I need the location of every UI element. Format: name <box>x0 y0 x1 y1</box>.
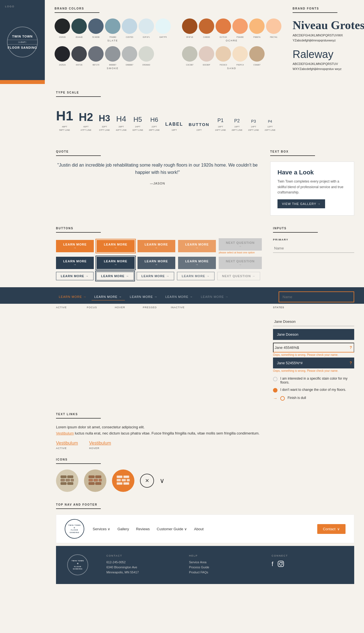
icon-chevron-down[interactable]: ∨ <box>160 477 165 485</box>
color-swatch <box>249 46 265 62</box>
radio-unchecked-3[interactable] <box>280 396 285 401</box>
btn-dark-bg-pressed[interactable]: LEARN MORE → <box>162 293 196 300</box>
btn-learn-more-outline-focus[interactable]: LEARN MORE → <box>96 272 134 280</box>
input-state-error[interactable] <box>273 343 354 352</box>
slate-group: 232628 2E4A4E 5C4E6B 7FA8B0 C2D7E3 E2F1F… <box>55 18 171 74</box>
text-link-vestibulum-1[interactable]: Vestibulum <box>56 431 74 435</box>
brand-fonts-label: BRAND FONTS <box>293 7 364 10</box>
icon-floor-3[interactable] <box>112 470 134 492</box>
name-input-primary[interactable] <box>273 244 354 253</box>
svg-rect-12 <box>89 482 94 485</box>
btn-dark-bg-active[interactable]: LEARN MORE → <box>56 293 89 300</box>
btn-learn-more-outline-1[interactable]: LEARN MORE → <box>56 272 94 280</box>
nav-about[interactable]: About <box>194 527 204 531</box>
radio-item-3[interactable]: → Finish is dull <box>273 396 354 401</box>
buttons-section: BUTTONS LEARN MORE → LEARN MORE → LEARN … <box>56 227 262 283</box>
states-label: STATES <box>273 306 354 309</box>
instagram-icon[interactable] <box>277 560 284 569</box>
quote-text: "Justin did an incredible job rehabilita… <box>56 162 259 176</box>
svg-rect-0 <box>61 476 66 478</box>
nav-contact-button[interactable]: Contact ∨ <box>317 524 346 534</box>
text-box-card: Have a Look Twin Town completes every pr… <box>270 162 354 216</box>
svg-rect-9 <box>89 479 93 481</box>
svg-rect-19 <box>117 482 122 485</box>
btn-dark-bg-focus[interactable]: LEARN MORE → <box>92 293 125 300</box>
quote-label: QUOTE <box>56 150 259 153</box>
svg-point-23 <box>282 562 283 563</box>
smoke-label: SMOKE <box>55 67 171 70</box>
name-input-dark[interactable] <box>279 291 354 302</box>
color-swatch <box>199 46 214 62</box>
input-error-dark-icon: ? <box>349 361 352 365</box>
nav-services[interactable]: Services ∨ <box>93 527 110 531</box>
btn-learn-more-dark-focus[interactable]: LEARN MORE → <box>97 257 134 269</box>
footer-logo: TWIN TOWN✿FLOORSANDING <box>67 554 88 575</box>
color-swatch <box>155 18 171 34</box>
radio-unchecked-1[interactable] <box>273 377 277 381</box>
type-h2: H2 40PT47PT LINE <box>79 111 93 132</box>
text-links-body: Lorem ipsum dolor sit amet, consectetur … <box>56 424 262 436</box>
btn-learn-more-orange-focus[interactable]: LEARN MORE → <box>97 240 134 252</box>
sand-label: SAND <box>182 67 281 70</box>
link-active[interactable]: Vestibulum <box>56 441 78 445</box>
svg-point-22 <box>279 562 282 565</box>
input-state-normal[interactable] <box>273 317 354 326</box>
btn-learn-more-outline-hover[interactable]: LEARN MORE → <box>137 272 174 280</box>
btn-learn-more-orange-pressed[interactable]: LEARN MORE → <box>178 240 216 252</box>
radio-group: I am interested in a specific stain colo… <box>273 377 354 401</box>
btn-learn-more-outline-pressed[interactable]: LEARN MORE → <box>177 272 214 280</box>
inputs-section: INPUTS PRIMARY <box>273 227 354 283</box>
color-swatch <box>139 46 154 62</box>
nav-gallery[interactable]: Gallery <box>117 527 129 531</box>
input-error-icon: ? <box>349 345 352 350</box>
footer-phone[interactable]: 612-245-0052 <box>106 560 178 564</box>
icon-floor-1[interactable] <box>56 470 78 492</box>
icons-label: ICONS <box>56 458 262 461</box>
btn-learn-more-orange-hover[interactable]: LEARN MORE → <box>137 240 175 252</box>
btn-learn-more-dark-pressed[interactable]: LEARN MORE → <box>178 257 216 269</box>
radio-item-1[interactable]: I am interested in a specific stain colo… <box>273 377 354 384</box>
type-p2: P2 16PT28PT LINE <box>232 118 242 132</box>
type-button: BUTTON 15PT <box>189 122 209 132</box>
orange-accent-bar <box>0 80 45 84</box>
slate-label: SLATE <box>55 39 171 42</box>
facebook-icon[interactable]: f <box>272 560 273 569</box>
nav-customer-guide[interactable]: Customer Guide ∨ <box>157 527 187 531</box>
footer-city: Minneapolis, MN 55417 <box>106 571 178 574</box>
footer-product-faqs[interactable]: Product FAQs <box>189 571 260 574</box>
btn-dark-bg-hover[interactable]: LEARN MORE → <box>127 293 160 300</box>
color-swatch <box>232 18 248 34</box>
btn-learn-more-dark-1[interactable]: LEARN MORE → <box>56 257 94 269</box>
color-swatch <box>139 18 154 34</box>
color-swatch <box>182 46 197 62</box>
link-hover[interactable]: Vestibulum <box>89 441 111 445</box>
button-row-1: LEARN MORE → LEARN MORE → LEARN MORE → L… <box>56 238 262 254</box>
footer-service-area[interactable]: Service Area <box>189 560 260 564</box>
input-state-focus[interactable] <box>273 329 354 340</box>
gallery-button[interactable]: VIEW THE GALLERY → <box>277 199 325 208</box>
buttons-divider <box>56 232 101 233</box>
quote-section: QUOTE "Justin did an incredible job reha… <box>56 150 259 216</box>
icon-close[interactable]: ✕ <box>140 474 154 488</box>
type-h4: H4 28PT42PT LINE <box>116 115 127 132</box>
brand-fonts-section: BRAND FONTS Niveau Grotesk ABCDEFGHIJKLM… <box>293 7 364 77</box>
btn-learn-more-orange-1[interactable]: LEARN MORE → <box>56 240 94 252</box>
btn-learn-more-dark-hover[interactable]: LEARN MORE → <box>137 257 175 269</box>
text-box-title: Have a Look <box>277 169 347 176</box>
state-pressed-label: PRESSED <box>143 306 171 313</box>
radio-checked-2[interactable] <box>273 388 277 393</box>
state-focus-label: FOCUS <box>87 306 115 313</box>
ochre-label: OCHRE <box>182 39 281 42</box>
color-swatch <box>71 18 87 34</box>
nav-reviews[interactable]: Reviews <box>136 527 150 531</box>
icon-floor-2[interactable] <box>84 470 106 492</box>
brand-colors-divider <box>55 12 99 13</box>
input-error-group: ? Oops, something is wrong. Please check… <box>273 343 354 356</box>
radio-item-2[interactable]: I don't want to change the color of my f… <box>273 388 354 393</box>
btn-next-question-dark-inactive: NEXT QUESTION → <box>219 257 262 269</box>
input-state-error-dark[interactable] <box>273 358 354 368</box>
color-swatch <box>266 18 281 34</box>
footer-process-guide[interactable]: Process Guide <box>189 566 260 569</box>
states-section: STATES <box>273 306 354 313</box>
svg-rect-7 <box>89 476 94 478</box>
